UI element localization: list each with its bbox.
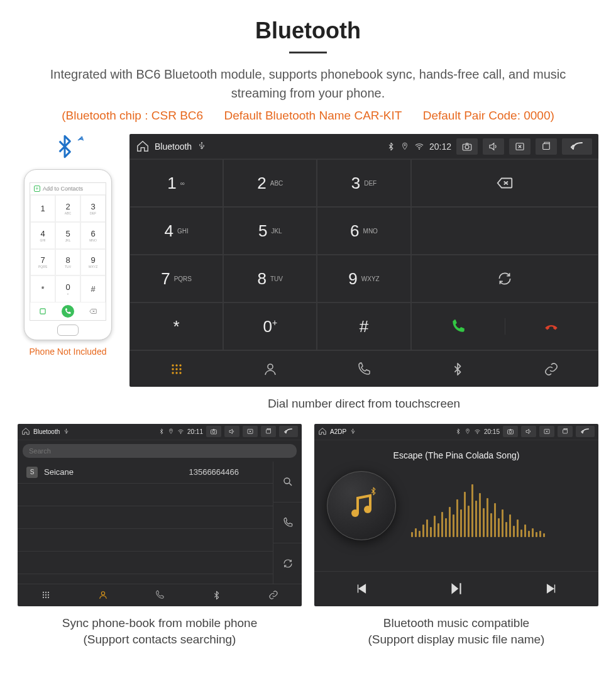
hangup-button[interactable] — [505, 318, 598, 335]
dialer-key[interactable]: 4GHI — [129, 207, 223, 255]
viz-bar — [483, 508, 485, 537]
home-icon[interactable] — [318, 427, 327, 436]
viz-bar — [437, 523, 439, 537]
home-icon[interactable] — [136, 140, 150, 153]
call-button[interactable] — [412, 318, 505, 335]
dialer-bottombar — [129, 350, 598, 387]
dialer-column: Bluetooth 20:12 1∞2ABC3DEF4GHI5JKL6MNO7P… — [129, 134, 598, 413]
svg-rect-21 — [40, 309, 45, 314]
recent-apps-button[interactable] — [536, 138, 557, 155]
statusbar-title: Bluetooth — [155, 142, 192, 152]
viz-bar — [449, 507, 451, 537]
search-input[interactable] — [23, 444, 297, 458]
dialer-key[interactable]: 9WXYZ — [317, 255, 410, 303]
contacts-caption-line1: Sync phone-book from mobile phone — [62, 616, 258, 630]
page-description: Integrated with BC6 Bluetooth module, su… — [0, 65, 616, 103]
phone-keypad: 12ABC3DEF4GHI5JKL6MNO7PQRS8TUV9WXYZ*0+# — [30, 195, 106, 303]
statusbar-time: 20:15 — [484, 428, 500, 435]
nav-contacts[interactable] — [223, 351, 317, 387]
dialer-key[interactable]: 1∞ — [129, 159, 223, 207]
spec-name: Default Bluetooth Name CAR-KIT — [224, 109, 402, 122]
nav-keypad[interactable] — [129, 351, 223, 387]
viz-bar — [502, 509, 503, 537]
screenshot-button[interactable] — [206, 426, 221, 437]
dialer-key[interactable]: 2ABC — [223, 159, 317, 207]
play-pause-button[interactable] — [448, 580, 465, 597]
dialer-key[interactable]: 8TUV — [223, 255, 317, 303]
viz-bar — [468, 506, 470, 537]
screenshot-button[interactable] — [456, 138, 478, 155]
dialer-screen: Bluetooth 20:12 1∞2ABC3DEF4GHI5JKL6MNO7P… — [129, 134, 598, 387]
dialer-key[interactable]: 0+ — [223, 303, 317, 350]
close-app-button[interactable] — [539, 426, 554, 437]
back-button[interactable] — [562, 138, 592, 155]
viz-bar — [498, 518, 500, 537]
backspace-button[interactable] — [411, 159, 598, 207]
next-track-button[interactable] — [544, 582, 558, 596]
phone-key: 1 — [30, 195, 55, 222]
recent-apps-button[interactable] — [558, 426, 573, 437]
music-statusbar: A2DP 20:15 — [314, 424, 598, 440]
bluetooth-signal-icon — [52, 134, 84, 165]
location-icon — [400, 142, 409, 151]
viz-bar — [471, 484, 473, 537]
refresh-button[interactable] — [411, 255, 598, 303]
phone-caption: Phone Not Included — [18, 347, 118, 357]
nav-contacts[interactable] — [74, 584, 131, 606]
dialer-key[interactable]: * — [129, 303, 223, 350]
statusbar-time: 20:12 — [429, 142, 451, 152]
side-search-button[interactable] — [273, 462, 302, 503]
side-refresh-button[interactable] — [273, 543, 302, 584]
phone-key: 3DEF — [80, 195, 106, 222]
recent-apps-button[interactable] — [261, 426, 276, 437]
nav-bluetooth[interactable] — [411, 351, 505, 387]
contacts-statusbar: Bluetooth 20:11 — [18, 424, 302, 440]
viz-bar — [520, 530, 522, 537]
nav-pair[interactable] — [245, 584, 302, 606]
statusbar-time: 20:11 — [187, 428, 203, 435]
contact-row[interactable]: S Seicane 13566664466 — [18, 462, 273, 484]
phone-key: # — [80, 275, 106, 303]
dialer-key[interactable]: 5JKL — [223, 207, 317, 255]
bluetooth-icon — [387, 142, 395, 151]
dialer-key[interactable]: 3DEF — [317, 159, 410, 207]
dialer-key[interactable]: # — [317, 303, 410, 350]
phone-call-button — [55, 303, 80, 320]
phone-add-contacts-label: Add to Contacts — [43, 186, 83, 192]
viz-bar — [513, 526, 515, 537]
viz-bar — [487, 498, 488, 537]
back-button[interactable] — [576, 426, 595, 437]
nav-bluetooth[interactable] — [188, 584, 245, 606]
nav-keypad[interactable] — [18, 584, 74, 606]
viz-bar — [475, 501, 477, 537]
home-icon[interactable] — [21, 427, 30, 436]
viz-bar — [445, 518, 447, 537]
contacts-caption: Sync phone-book from mobile phone (Suppo… — [18, 615, 302, 648]
viz-bar — [536, 532, 537, 537]
phone-backspace-icon — [80, 303, 106, 320]
usb-icon — [63, 428, 70, 435]
screenshot-button[interactable] — [503, 426, 518, 437]
dialer-keypad: 1∞2ABC3DEF4GHI5JKL6MNO7PQRS8TUV9WXYZ*0+# — [129, 159, 411, 350]
volume-button[interactable] — [483, 138, 504, 155]
usb-icon — [349, 428, 356, 435]
close-app-button[interactable] — [243, 426, 258, 437]
dialer-key[interactable]: 7PQRS — [129, 255, 223, 303]
viz-bar — [528, 531, 530, 537]
prev-track-button[interactable] — [355, 582, 368, 596]
viz-bar — [494, 503, 496, 537]
volume-button[interactable] — [224, 426, 239, 437]
contact-name: Seicane — [44, 467, 74, 477]
back-button[interactable] — [279, 426, 298, 437]
side-call-button[interactable] — [273, 503, 302, 543]
close-app-button[interactable] — [509, 138, 531, 155]
nav-recents[interactable] — [317, 351, 410, 387]
phone-home-button — [57, 325, 79, 336]
dialer-key[interactable]: 6MNO — [317, 207, 410, 255]
viz-bar — [419, 531, 421, 537]
viz-bar — [490, 513, 492, 537]
contact-badge: S — [26, 467, 38, 478]
nav-recents[interactable] — [131, 584, 188, 606]
nav-pair[interactable] — [505, 351, 598, 387]
volume-button[interactable] — [521, 426, 536, 437]
